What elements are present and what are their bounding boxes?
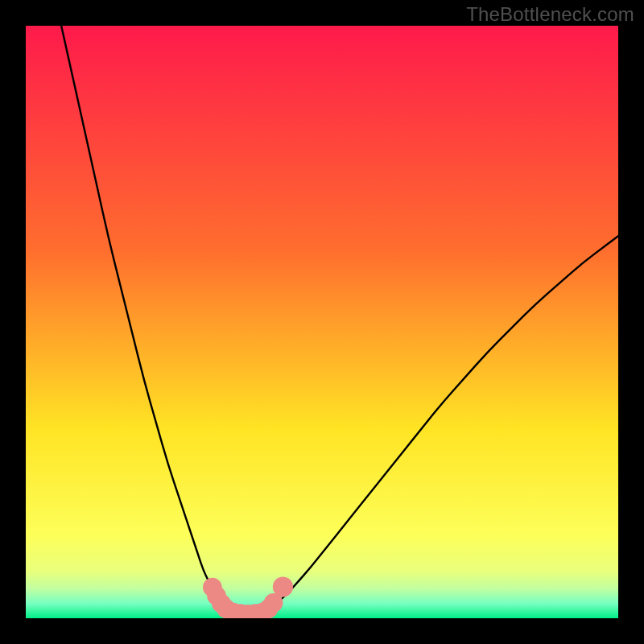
gradient-background: [26, 26, 618, 618]
chart-frame: TheBottleneck.com: [0, 0, 644, 644]
watermark-text: TheBottleneck.com: [466, 3, 634, 26]
data-marker: [273, 576, 293, 597]
plot-area: [26, 26, 618, 618]
chart-svg: [26, 26, 618, 618]
